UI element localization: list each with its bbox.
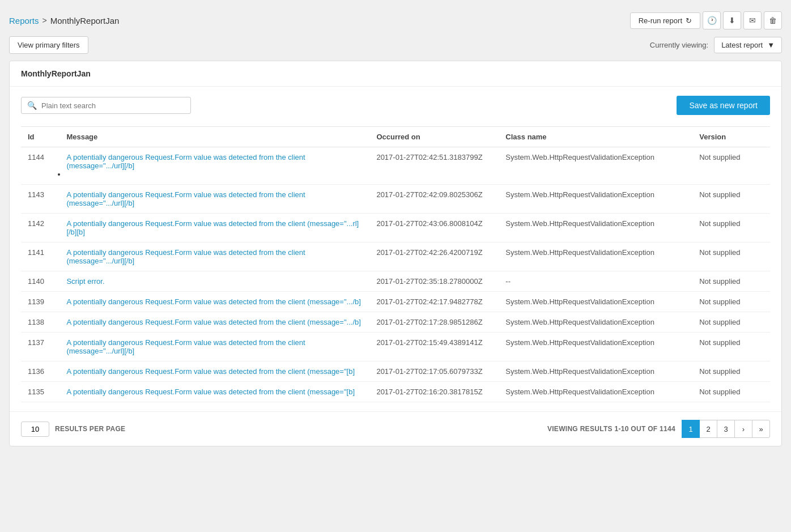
- cell-version: Not supplied: [692, 271, 770, 292]
- cell-id: 1139: [21, 292, 59, 312]
- cell-occurred: 2017-01-27T02:15:49.4389141Z: [369, 333, 499, 361]
- table-row: 1143 A potentially dangerous Request.For…: [21, 185, 770, 214]
- cell-occurred: 2017-01-27T02:17:05.6079733Z: [369, 361, 499, 382]
- cell-version: Not supplied: [692, 382, 770, 402]
- cell-class: System.Web.HttpRequestValidationExceptio…: [499, 312, 692, 333]
- cell-class: --: [499, 271, 692, 292]
- message-link[interactable]: A potentially dangerous Request.Form val…: [66, 367, 355, 376]
- cell-occurred: 2017-01-27T02:17:28.9851286Z: [369, 312, 499, 333]
- cell-class: System.Web.HttpRequestValidationExceptio…: [499, 242, 692, 271]
- cell-message: A potentially dangerous Request.Form val…: [59, 292, 369, 312]
- cell-occurred: 2017-01-27T02:42:26.4200719Z: [369, 242, 499, 271]
- cell-occurred: 2017-01-27T02:42:17.9482778Z: [369, 292, 499, 312]
- results-per-page-section: RESULTS PER PAGE: [21, 422, 125, 437]
- message-link[interactable]: A potentially dangerous Request.Form val…: [66, 190, 305, 207]
- message-link[interactable]: A potentially dangerous Request.Form val…: [66, 219, 359, 236]
- cell-version: Not supplied: [692, 214, 770, 242]
- cell-message: Script error.: [59, 271, 369, 292]
- cell-message: A potentially dangerous Request.Form val…: [59, 333, 369, 361]
- delete-button[interactable]: 🗑: [764, 11, 782, 29]
- cell-id: 1135: [21, 382, 59, 402]
- schedule-icon: 🕐: [707, 16, 717, 25]
- header-actions: Re-run report ↻ 🕐 ⬇ ✉ 🗑: [630, 11, 782, 29]
- cell-version: Not supplied: [692, 292, 770, 312]
- next-page-button[interactable]: ›: [734, 420, 752, 438]
- save-as-new-report-button[interactable]: Save as new report: [677, 96, 770, 115]
- data-table: Id Message Occurred on Class name Versio…: [21, 126, 770, 402]
- search-input[interactable]: [41, 101, 185, 110]
- table-row: 1141 A potentially dangerous Request.For…: [21, 242, 770, 271]
- table-row: 1136 A potentially dangerous Request.For…: [21, 361, 770, 382]
- view-primary-filters-button[interactable]: View primary filters: [9, 36, 88, 54]
- rerun-label: Re-run report: [639, 16, 682, 25]
- col-header-id: Id: [21, 127, 59, 147]
- search-box: 🔍: [21, 97, 191, 114]
- cell-class: System.Web.HttpRequestValidationExceptio…: [499, 147, 692, 185]
- col-header-message: Message: [59, 127, 369, 147]
- table-row: 1142 A potentially dangerous Request.For…: [21, 214, 770, 242]
- message-link[interactable]: A potentially dangerous Request.Form val…: [66, 338, 305, 355]
- cell-version: Not supplied: [692, 147, 770, 185]
- cell-version: Not supplied: [692, 361, 770, 382]
- message-link[interactable]: A potentially dangerous Request.Form val…: [66, 153, 305, 170]
- cell-id: 1143: [21, 185, 59, 214]
- cell-occurred: 2017-01-27T02:42:09.8025306Z: [369, 185, 499, 214]
- cell-message: A potentially dangerous Request.Form val…: [59, 214, 369, 242]
- last-page-button[interactable]: »: [752, 420, 770, 438]
- cell-class: System.Web.HttpRequestValidationExceptio…: [499, 361, 692, 382]
- schedule-button[interactable]: 🕐: [703, 11, 721, 29]
- cell-message: A potentially dangerous Request.Form val…: [59, 185, 369, 214]
- pagination: VIEWING RESULTS 1-10 OUT OF 1144 1 2 3 ›…: [547, 420, 770, 438]
- download-button[interactable]: ⬇: [723, 11, 741, 29]
- viewing-label: Currently viewing:: [650, 41, 708, 49]
- email-icon: ✉: [749, 16, 756, 25]
- table-row: 1144 A potentially dangerous Request.For…: [21, 147, 770, 185]
- message-link[interactable]: Script error.: [66, 277, 104, 286]
- viewing-dropdown-button[interactable]: Latest report ▼: [714, 37, 782, 53]
- cell-message: A potentially dangerous Request.Form val…: [59, 312, 369, 333]
- main-card: MonthlyReportJan 🔍 Save as new report Id…: [9, 61, 782, 446]
- message-link[interactable]: A potentially dangerous Request.Form val…: [66, 318, 360, 326]
- cell-id: 1136: [21, 361, 59, 382]
- rerun-icon: ↻: [686, 16, 692, 25]
- pagination-info: VIEWING RESULTS 1-10 OUT OF 1144: [547, 425, 675, 433]
- search-icon: 🔍: [27, 101, 37, 110]
- table-row: 1138 A potentially dangerous Request.For…: [21, 312, 770, 333]
- trash-icon: 🗑: [769, 16, 777, 25]
- table-header-row: Id Message Occurred on Class name Versio…: [21, 127, 770, 147]
- cell-message: A potentially dangerous Request.Form val…: [59, 242, 369, 271]
- page-3-button[interactable]: 3: [717, 420, 735, 438]
- results-per-page-input[interactable]: [21, 422, 49, 437]
- cell-class: System.Web.HttpRequestValidationExceptio…: [499, 292, 692, 312]
- table-row: 1137 A potentially dangerous Request.For…: [21, 333, 770, 361]
- viewing-section: Currently viewing: Latest report ▼: [650, 37, 782, 53]
- cell-version: Not supplied: [692, 242, 770, 271]
- page-2-button[interactable]: 2: [699, 420, 717, 438]
- page-1-button[interactable]: 1: [682, 420, 700, 438]
- viewing-value: Latest report: [721, 41, 763, 49]
- col-header-version: Version: [692, 127, 770, 147]
- message-link[interactable]: A potentially dangerous Request.Form val…: [66, 248, 305, 265]
- rerun-report-button[interactable]: Re-run report ↻: [630, 12, 700, 29]
- cell-class: System.Web.HttpRequestValidationExceptio…: [499, 214, 692, 242]
- cell-id: 1138: [21, 312, 59, 333]
- breadcrumb-reports-link[interactable]: Reports: [9, 16, 39, 25]
- col-header-class: Class name: [499, 127, 692, 147]
- email-button[interactable]: ✉: [743, 11, 762, 29]
- col-header-occurred: Occurred on: [369, 127, 499, 147]
- header-bar: Reports > MonthlyReportJan Re-run report…: [9, 7, 782, 36]
- table-row: 1140 Script error. 2017-01-27T02:35:18.2…: [21, 271, 770, 292]
- cell-occurred: 2017-01-27T02:16:20.3817815Z: [369, 382, 499, 402]
- cell-version: Not supplied: [692, 333, 770, 361]
- cell-id: 1137: [21, 333, 59, 361]
- card-body: 🔍 Save as new report Id Message Occurred…: [10, 87, 781, 411]
- cell-class: System.Web.HttpRequestValidationExceptio…: [499, 185, 692, 214]
- cell-id: 1142: [21, 214, 59, 242]
- cell-version: Not supplied: [692, 312, 770, 333]
- message-link[interactable]: A potentially dangerous Request.Form val…: [66, 297, 360, 306]
- breadcrumb-separator: >: [42, 16, 47, 25]
- cell-class: System.Web.HttpRequestValidationExceptio…: [499, 333, 692, 361]
- results-per-page-label: RESULTS PER PAGE: [55, 425, 125, 433]
- cell-message: A potentially dangerous Request.Form val…: [59, 147, 369, 185]
- message-link[interactable]: A potentially dangerous Request.Form val…: [66, 388, 355, 396]
